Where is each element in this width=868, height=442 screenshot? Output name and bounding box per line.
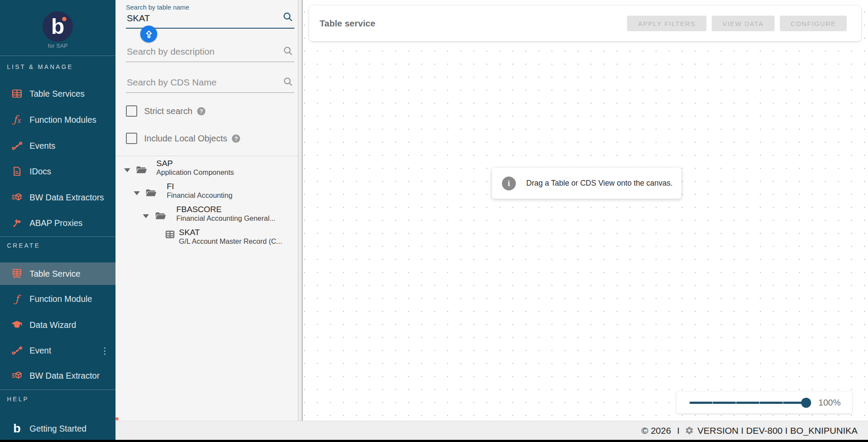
b-logo-icon: b	[10, 423, 23, 434]
sidebar-item-label: Getting Started	[30, 424, 86, 434]
sidebar-item-abap-proxies[interactable]: ABAP Proxies	[0, 212, 116, 234]
table-grid-icon	[10, 88, 23, 99]
document-icon	[10, 166, 23, 177]
tree-node-title: SAP	[156, 159, 234, 168]
tree-node-subtitle: Application Components	[156, 168, 234, 177]
folder-open-icon	[145, 187, 157, 200]
canvas-header-buttons: APPLY FILTERS VIEW DATA CONFIGURE	[627, 16, 847, 31]
include-local-objects-row: Include Local Objects ?	[126, 133, 240, 144]
table-network-icon	[10, 268, 23, 279]
fx-icon: ƒx	[10, 114, 23, 126]
sidebar-divider	[0, 56, 116, 56]
description-field	[126, 43, 294, 62]
brand-tagline: for SAP	[0, 43, 116, 49]
tree-node-fi[interactable]: FI Financial Accounting	[167, 182, 232, 200]
search-tree-panel: Search by table name Strict search ?	[116, 0, 303, 421]
include-local-objects-checkbox[interactable]	[126, 133, 137, 144]
sidebar-item-event[interactable]: Event ⋮	[0, 340, 116, 361]
sidebar-item-function-modules[interactable]: ƒx Function Modules	[0, 109, 116, 131]
include-local-objects-label: Include Local Objects	[144, 134, 227, 144]
brand-logo-letter: b	[43, 12, 73, 41]
tree-node-skat[interactable]: SKAT G/L Account Master Record (C...	[179, 228, 282, 246]
sidebar-item-table-service-selected[interactable]: Table Service	[0, 262, 116, 285]
table-name-label: Search by table name	[126, 3, 294, 11]
sidebar-item-label: BW Data Extractors	[30, 193, 104, 203]
description-input[interactable]	[126, 46, 275, 57]
chevron-down-icon[interactable]	[143, 214, 149, 218]
tree-node-title: FBASCORE	[176, 205, 275, 214]
search-icon[interactable]	[282, 11, 294, 24]
tree-node-fbascore[interactable]: FBASCORE Financial Accounting General...	[176, 205, 275, 223]
sidebar: b for SAP LIST & MANAGE Table Services ƒ…	[0, 0, 116, 442]
table-grid-icon	[165, 229, 175, 241]
sidebar-item-bw-data-extractor[interactable]: BW Data Extractor	[0, 365, 116, 386]
branch-arrows-icon	[10, 217, 23, 229]
sidebar-item-function-module[interactable]: ƒ Function Module	[0, 288, 116, 310]
app-window: b for SAP LIST & MANAGE Table Services ƒ…	[0, 0, 868, 442]
view-data-button[interactable]: VIEW DATA	[712, 16, 775, 31]
graduation-cap-icon	[10, 319, 23, 331]
info-icon: i	[502, 177, 516, 190]
sidebar-item-label: IDocs	[30, 167, 51, 177]
canvas-title: Table service	[320, 18, 375, 29]
tree-node-title: FI	[167, 182, 232, 191]
zoom-slider-thumb[interactable]	[801, 398, 811, 408]
sidebar-item-label: ABAP Proxies	[30, 218, 83, 228]
tree-node-sap[interactable]: SAP Application Components	[156, 159, 234, 177]
bottom-edge-strip	[0, 440, 868, 442]
help-icon[interactable]: ?	[232, 134, 240, 143]
sidebar-item-label: BW Data Extractor	[30, 371, 99, 381]
sidebar-section-create: CREATE	[7, 242, 40, 249]
search-icon[interactable]	[283, 46, 294, 58]
table-name-field: Search by table name	[126, 3, 294, 29]
route-icon	[10, 345, 23, 356]
sidebar-item-label: Function Module	[30, 294, 92, 304]
zoom-percentage: 100%	[818, 398, 841, 408]
footer-bar: © 2026 I VERSION I DEV-800 I BO_KNIPUNIK…	[116, 421, 868, 440]
sidebar-item-label: Event	[30, 346, 51, 356]
strict-search-label: Strict search	[144, 106, 192, 116]
chevron-down-icon[interactable]	[134, 191, 140, 195]
canvas-header: Table service APPLY FILTERS VIEW DATA CO…	[309, 6, 861, 41]
chevron-down-icon[interactable]	[124, 168, 130, 172]
gear-icon[interactable]	[685, 426, 694, 435]
cds-name-field	[126, 74, 294, 93]
sidebar-item-getting-started[interactable]: b Getting Started	[0, 418, 116, 439]
sidebar-section-list-manage: LIST & MANAGE	[7, 63, 73, 70]
sidebar-divider	[0, 236, 116, 237]
table-name-input[interactable]	[126, 13, 275, 24]
sidebar-item-events[interactable]: Events	[0, 135, 116, 157]
strict-search-row: Strict search ?	[126, 105, 205, 117]
brand-logo-dot	[62, 17, 66, 21]
folder-open-icon	[135, 164, 148, 177]
strict-search-checkbox[interactable]	[126, 105, 137, 117]
sidebar-item-table-services[interactable]: Table Services	[0, 83, 116, 105]
sidebar-item-data-wizard[interactable]: Data Wizard	[0, 314, 116, 336]
sidebar-item-idocs[interactable]: IDocs	[0, 160, 116, 182]
kebab-menu-icon[interactable]: ⋮	[100, 349, 109, 352]
apply-filters-button[interactable]: APPLY FILTERS	[627, 16, 706, 31]
panel-scrollbar[interactable]	[298, 0, 303, 421]
copyright-text: © 2026	[641, 426, 671, 436]
help-icon[interactable]: ?	[197, 107, 205, 115]
tree-node-subtitle: G/L Account Master Record (C...	[179, 237, 282, 246]
zoom-control: 100%	[677, 392, 852, 413]
cube-extract-icon	[10, 192, 23, 203]
zoom-slider-track[interactable]	[690, 402, 806, 404]
sidebar-item-bw-data-extractors[interactable]: BW Data Extractors	[0, 187, 116, 208]
brand-logo: b	[43, 11, 73, 42]
configure-button[interactable]: CONFIGURE	[780, 16, 847, 31]
route-icon	[10, 140, 23, 151]
sidebar-section-help: HELP	[7, 396, 29, 403]
version-text: VERSION I DEV-800 I BO_KNIPUNIKA	[697, 426, 858, 436]
canvas[interactable]: Table service APPLY FILTERS VIEW DATA CO…	[303, 0, 868, 421]
tree-node-subtitle: Financial Accounting	[167, 191, 232, 200]
tree-node-title: SKAT	[179, 228, 282, 237]
hint-text: Drag a Table or CDS View onto the canvas…	[526, 179, 673, 188]
search-icon[interactable]	[283, 76, 294, 89]
sidebar-divider	[0, 390, 116, 390]
f-icon: ƒ	[10, 294, 23, 304]
cds-name-input[interactable]	[126, 77, 275, 88]
folder-open-icon	[155, 210, 167, 223]
publish-up-icon[interactable]	[140, 26, 157, 43]
